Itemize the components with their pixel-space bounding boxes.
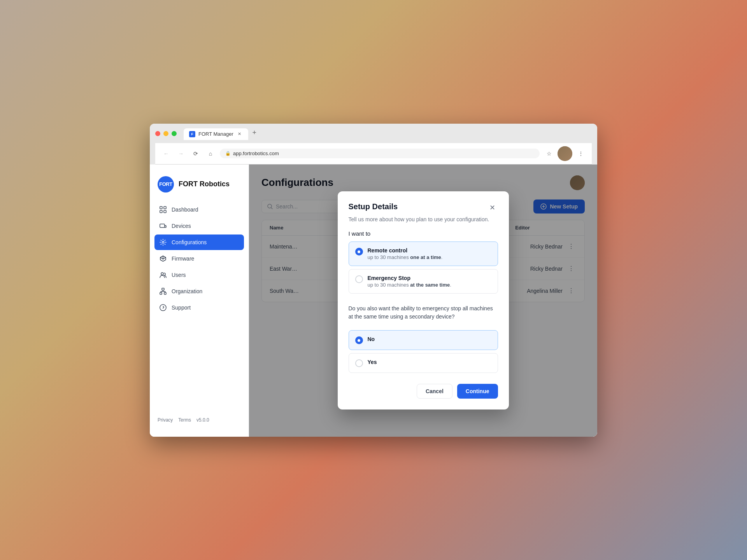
cancel-button[interactable]: Cancel <box>417 384 452 399</box>
sidebar-item-support[interactable]: Support <box>154 300 244 315</box>
sidebar-item-dashboard-label: Dashboard <box>172 206 198 213</box>
browser-tab[interactable]: F FORT Manager ✕ <box>184 128 248 140</box>
browser-window: F FORT Manager ✕ + ← → ⟳ ⌂ 🔒 app.fortrob… <box>150 124 597 437</box>
modal-footer: Cancel Continue <box>349 384 498 399</box>
main-content: Configurations Search... <box>249 164 597 437</box>
forward-button[interactable]: → <box>175 148 186 159</box>
radio-label-emergency-stop: Emergency Stop up to 30 machines at the … <box>368 275 491 288</box>
users-icon <box>159 271 167 279</box>
sidebar-item-support-label: Support <box>172 304 191 311</box>
sidebar-logo: FORT FORT Robotics <box>150 172 249 202</box>
minimize-traffic-light[interactable] <box>163 131 168 136</box>
browser-controls: F FORT Manager ✕ + <box>155 128 592 140</box>
sidebar-footer: Privacy Terms v5.0.0 <box>150 411 249 429</box>
browser-addressbar: ← → ⟳ ⌂ 🔒 app.fortrobotics.com ☆ ⋮ <box>155 143 592 164</box>
organization-icon <box>159 287 167 295</box>
radio-title-yes: Yes <box>368 359 491 365</box>
dashboard-icon <box>159 206 167 214</box>
continue-button[interactable]: Continue <box>457 384 498 399</box>
support-icon <box>159 304 167 312</box>
radio-title-no: No <box>368 336 491 342</box>
refresh-button[interactable]: ⟳ <box>190 148 201 159</box>
logo-icon: FORT <box>158 176 174 192</box>
svg-point-6 <box>162 241 164 243</box>
radio-option-yes[interactable]: Yes <box>349 353 498 373</box>
radio-btn-emergency-stop <box>355 275 363 283</box>
svg-rect-2 <box>160 210 162 213</box>
modal-header: Setup Details ✕ <box>349 202 498 213</box>
app-content: FORT FORT Robotics Dashboard <box>150 164 597 437</box>
home-button[interactable]: ⌂ <box>205 148 216 159</box>
configurations-icon <box>159 238 167 246</box>
back-button[interactable]: ← <box>161 148 172 159</box>
radio-option-no[interactable]: No <box>349 330 498 350</box>
modal-question-1: I want to <box>349 230 498 237</box>
radio-btn-remote-control <box>355 248 363 256</box>
lock-icon: 🔒 <box>225 151 231 156</box>
privacy-link[interactable]: Privacy <box>158 417 173 423</box>
svg-point-5 <box>165 226 166 226</box>
sidebar: FORT FORT Robotics Dashboard <box>150 164 249 437</box>
browser-user-avatar-inner <box>558 146 572 161</box>
browser-actions: ☆ ⋮ <box>544 146 586 161</box>
sidebar-item-dashboard[interactable]: Dashboard <box>154 202 244 217</box>
radio-label-remote-control: Remote control up to 30 machines one at … <box>368 247 491 260</box>
setup-details-modal: Setup Details ✕ Tell us more about how y… <box>338 191 509 410</box>
modal-subtitle: Tell us more about how you plan to use y… <box>349 216 498 222</box>
modal-close-button[interactable]: ✕ <box>487 202 498 213</box>
radio-btn-no <box>355 336 363 344</box>
radio-title-remote-control: Remote control <box>368 247 491 254</box>
sidebar-item-configurations-label: Configurations <box>172 239 207 245</box>
radio-label-yes: Yes <box>368 359 491 365</box>
browser-user-avatar[interactable] <box>558 146 572 161</box>
url-text: app.fortrobotics.com <box>233 150 279 156</box>
terms-link[interactable]: Terms <box>178 417 191 423</box>
svg-rect-1 <box>164 206 166 209</box>
sidebar-item-configurations[interactable]: Configurations <box>154 234 244 250</box>
svg-rect-3 <box>164 210 166 213</box>
svg-rect-0 <box>160 206 162 209</box>
tab-title: FORT Manager <box>198 131 233 137</box>
company-name: FORT Robotics <box>179 180 230 188</box>
sidebar-item-devices[interactable]: Devices <box>154 218 244 234</box>
firmware-icon <box>159 255 167 262</box>
radio-desc-remote-control: up to 30 machines one at a time. <box>368 254 491 260</box>
radio-label-no: No <box>368 336 491 342</box>
menu-button[interactable]: ⋮ <box>575 148 586 159</box>
sidebar-item-firmware[interactable]: Firmware <box>154 251 244 266</box>
radio-btn-yes <box>355 359 363 367</box>
svg-point-11 <box>160 304 166 311</box>
sidebar-item-organization[interactable]: Organization <box>154 284 244 299</box>
radio-title-emergency-stop: Emergency Stop <box>368 275 491 281</box>
close-traffic-light[interactable] <box>155 131 160 136</box>
radio-option-emergency-stop[interactable]: Emergency Stop up to 30 machines at the … <box>349 269 498 294</box>
maximize-traffic-light[interactable] <box>172 131 177 136</box>
tab-close-button[interactable]: ✕ <box>237 131 243 137</box>
sidebar-item-users[interactable]: Users <box>154 267 244 283</box>
tab-favicon: F <box>189 131 195 137</box>
modal-question-2: Do you also want the ability to emergenc… <box>349 304 498 321</box>
sidebar-nav: Dashboard Devices <box>150 202 249 315</box>
browser-titlebar: F FORT Manager ✕ + ← → ⟳ ⌂ 🔒 app.fortrob… <box>150 124 597 164</box>
svg-rect-4 <box>160 224 165 228</box>
devices-icon <box>159 222 167 230</box>
radio-desc-emergency-stop: up to 30 machines at the same time. <box>368 282 491 288</box>
browser-tabs: F FORT Manager ✕ + <box>184 128 260 140</box>
svg-point-7 <box>161 273 163 275</box>
sidebar-item-organization-label: Organization <box>172 288 202 294</box>
bookmark-button[interactable]: ☆ <box>544 148 554 159</box>
sidebar-item-firmware-label: Firmware <box>172 256 194 262</box>
address-bar[interactable]: 🔒 app.fortrobotics.com <box>220 149 540 158</box>
modal-title: Setup Details <box>349 202 398 211</box>
radio-option-remote-control[interactable]: Remote control up to 30 machines one at … <box>349 242 498 266</box>
new-tab-button[interactable]: + <box>249 128 260 138</box>
sidebar-item-devices-label: Devices <box>172 223 191 229</box>
modal-overlay: Setup Details ✕ Tell us more about how y… <box>249 164 597 437</box>
sidebar-item-users-label: Users <box>172 272 186 278</box>
version-label: v5.0.0 <box>196 417 209 423</box>
